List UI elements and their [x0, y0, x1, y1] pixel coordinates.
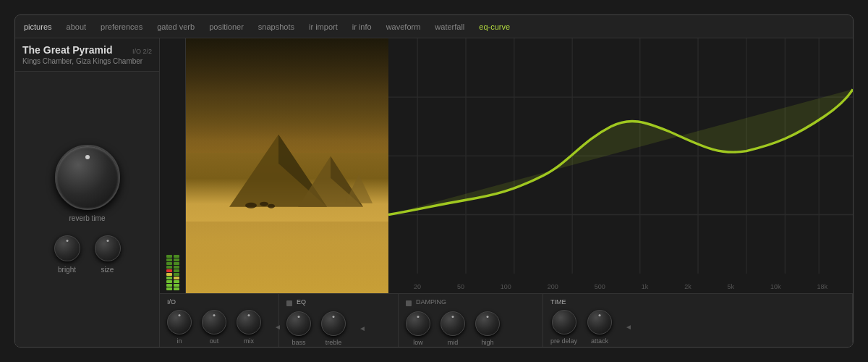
io-control-section: I/O in out mix [160, 294, 279, 347]
treble-knob[interactable] [321, 311, 346, 336]
pre-delay-label: pre delay [550, 337, 577, 345]
nav-waveform[interactable]: waveform [385, 20, 422, 34]
nav-about[interactable]: about [65, 20, 88, 34]
top-nav: pictures about preferences gated verb po… [15, 15, 853, 38]
preset-subtitle: Kings Chamber, Giza Kings Chamber [22, 57, 152, 65]
freq-50: 50 [457, 283, 464, 290]
time-control-section: TIME pre delay attack ◄ [543, 294, 853, 347]
nav-pictures[interactable]: pictures [22, 20, 54, 34]
high-knob-unit: high [475, 311, 500, 346]
eq-arrow[interactable]: ◄ [357, 323, 367, 334]
nav-waterfall[interactable]: waterfall [433, 20, 466, 34]
svg-point-6 [260, 202, 268, 206]
nav-eq-curve[interactable]: eq-curve [477, 20, 511, 34]
eq-control-section: EQ bass treble ◄ [279, 294, 399, 347]
damping-section-header: DAMPING [406, 298, 535, 308]
main-content: The Great Pyramid I/O 2/2 Kings Chamber,… [15, 38, 853, 347]
damping-control-section: DAMPING low mid high [399, 294, 543, 347]
in-label: in [176, 337, 182, 345]
time-arrow[interactable]: ◄ [624, 321, 634, 332]
eq-knobs: bass treble ◄ [286, 311, 391, 346]
out-label: out [210, 337, 219, 345]
svg-point-5 [245, 203, 257, 209]
nav-snapshots[interactable]: snapshots [257, 20, 296, 34]
vu-bar-container [166, 41, 179, 290]
io-knobs: in out mix ◄ [167, 308, 271, 346]
left-panel: The Great Pyramid I/O 2/2 Kings Chamber,… [15, 38, 160, 347]
mix-label: mix [244, 337, 254, 345]
low-knob-unit: low [406, 311, 430, 346]
nav-preferences[interactable]: preferences [99, 20, 144, 34]
freq-5k: 5k [728, 283, 735, 290]
size-wrap: size [95, 235, 121, 274]
freq-labels: 20 50 100 200 500 1k 2k 5k 10k 18k [388, 283, 853, 290]
nav-ir-import[interactable]: ir import [307, 20, 339, 34]
knob-section: reverb time bright size [15, 72, 159, 347]
freq-18k: 18k [817, 283, 827, 290]
damping-knobs: low mid high [406, 311, 535, 346]
in-knob[interactable] [167, 310, 192, 334]
low-label: low [413, 339, 423, 346]
out-knob-unit: out [202, 310, 226, 345]
treble-knob-unit: treble [321, 311, 346, 346]
small-knobs-row: bright size [54, 235, 121, 274]
freq-20: 20 [414, 283, 421, 290]
bass-label: bass [292, 339, 305, 346]
bright-knob[interactable] [54, 235, 80, 261]
pyramid-image [186, 38, 388, 293]
picture-area [186, 38, 388, 293]
vu-bar-right [174, 41, 179, 290]
eq-section-label: EQ [297, 298, 306, 306]
mix-knob[interactable] [237, 310, 261, 334]
bass-knob-unit: bass [286, 311, 311, 346]
size-knob[interactable] [95, 235, 121, 261]
freq-2k: 2k [684, 283, 692, 290]
eq-dot [286, 300, 292, 306]
treble-label: treble [326, 339, 342, 346]
attack-knob[interactable] [587, 310, 612, 334]
bass-knob[interactable] [286, 311, 311, 336]
pre-delay-knob[interactable] [552, 310, 576, 334]
preset-title: The Great Pyramid [22, 44, 113, 56]
in-knob-unit: in [167, 310, 192, 345]
high-knob[interactable] [475, 311, 500, 336]
io-label: I/O 2/2 [132, 48, 152, 56]
mid-label: mid [448, 339, 459, 346]
nav-gated-verb[interactable]: gated verb [156, 20, 196, 34]
reverb-time-label: reverb time [69, 214, 105, 222]
vu-meters [160, 38, 186, 293]
mid-knob-unit: mid [441, 311, 465, 346]
mid-knob[interactable] [441, 311, 465, 336]
vu-bar-left [166, 41, 172, 290]
damping-section-label: DAMPING [416, 298, 446, 306]
freq-10k: 10k [770, 283, 781, 290]
low-knob[interactable] [406, 311, 430, 336]
mix-knob-unit: mix [237, 310, 261, 345]
freq-500: 500 [595, 283, 605, 290]
eq-section-header: EQ [286, 298, 391, 308]
plugin-container: pictures about preferences gated verb po… [14, 14, 854, 348]
damping-dot [406, 300, 412, 306]
reverb-time-wrap: reverb time [55, 145, 120, 222]
time-knobs: pre delay attack ◄ [550, 308, 845, 346]
bright-label: bright [58, 266, 76, 274]
freq-1k: 1k [642, 283, 649, 290]
time-section-label: TIME [550, 298, 845, 306]
center-area: 20 50 100 200 500 1k 2k 5k 10k 18k [160, 38, 853, 347]
reverb-time-knob[interactable] [55, 145, 120, 210]
attack-knob-unit: attack [587, 310, 612, 345]
nav-positioner[interactable]: positioner [208, 20, 245, 34]
center-top: 20 50 100 200 500 1k 2k 5k 10k 18k [160, 38, 853, 293]
bright-wrap: bright [54, 235, 80, 274]
svg-point-7 [268, 204, 275, 209]
preset-info: The Great Pyramid I/O 2/2 Kings Chamber,… [15, 38, 159, 72]
io-section-label: I/O [167, 298, 271, 306]
attack-label: attack [591, 337, 608, 345]
freq-200: 200 [548, 283, 558, 290]
pyramid-svg [186, 97, 388, 237]
eq-panel: 20 50 100 200 500 1k 2k 5k 10k 18k [388, 38, 853, 293]
nav-ir-info[interactable]: ir info [351, 20, 373, 34]
bottom-controls: I/O in out mix [160, 293, 853, 347]
size-label: size [101, 266, 114, 274]
out-knob[interactable] [202, 310, 226, 334]
